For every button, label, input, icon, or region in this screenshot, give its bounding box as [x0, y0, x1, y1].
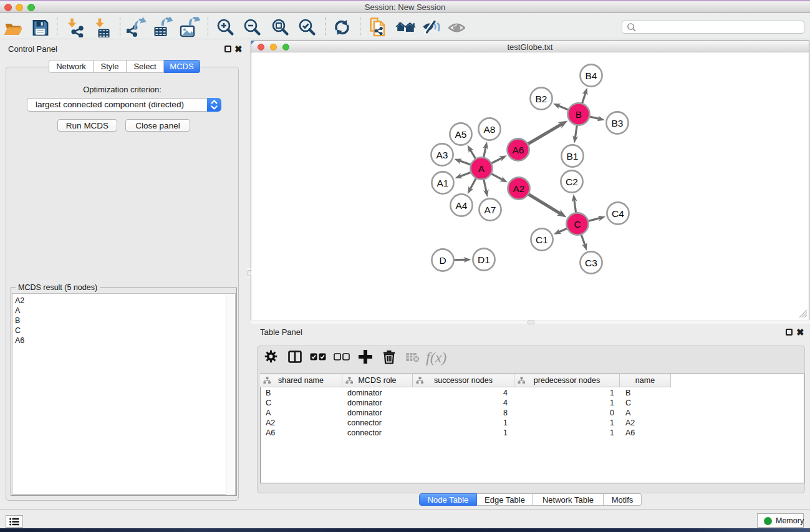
svg-text:A7: A7 [485, 205, 496, 215]
svg-text:D: D [439, 255, 446, 266]
svg-text:A4: A4 [456, 200, 468, 211]
svg-text:A: A [478, 163, 485, 174]
svg-text:B1: B1 [567, 151, 579, 162]
svg-text:B: B [576, 109, 582, 120]
svg-text:C3: C3 [585, 258, 597, 268]
svg-text:A6: A6 [513, 145, 524, 155]
svg-text:C4: C4 [612, 208, 624, 219]
svg-text:A1: A1 [437, 178, 449, 188]
svg-text:A5: A5 [455, 129, 467, 140]
svg-text:A2: A2 [513, 183, 525, 194]
svg-text:B2: B2 [536, 94, 547, 104]
svg-text:A3: A3 [436, 150, 448, 160]
svg-text:D1: D1 [478, 254, 490, 265]
svg-text:C1: C1 [536, 235, 548, 245]
svg-text:B3: B3 [612, 118, 624, 128]
svg-text:B4: B4 [586, 70, 597, 81]
svg-text:C2: C2 [566, 177, 578, 187]
svg-text:A8: A8 [484, 124, 496, 135]
svg-text:C: C [574, 219, 581, 230]
